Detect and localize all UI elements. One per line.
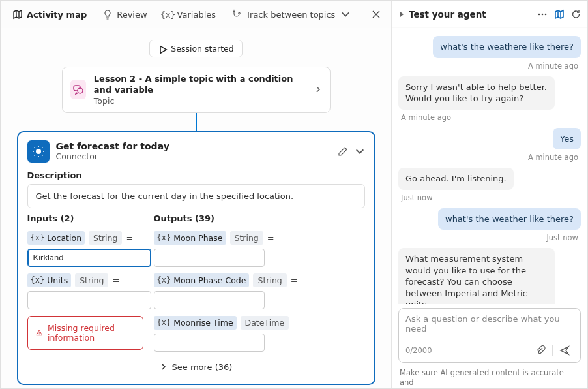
map-icon[interactable] bbox=[554, 9, 565, 20]
chevron-down-icon[interactable] bbox=[355, 146, 365, 157]
activity-map-pane: Activity map Review {x} Variables Track … bbox=[1, 1, 392, 388]
send-icon[interactable] bbox=[555, 343, 574, 358]
play-icon bbox=[158, 44, 167, 54]
svg-point-4 bbox=[36, 149, 41, 154]
svg-point-3 bbox=[78, 88, 83, 93]
lesson-title: Lesson 2 - A simple topic with a conditi… bbox=[94, 74, 306, 96]
refresh-icon[interactable] bbox=[571, 9, 581, 20]
node-title: Get forecast for today bbox=[56, 141, 169, 151]
param-type: String bbox=[230, 231, 263, 245]
param-name: Moon Phase Code bbox=[173, 275, 246, 285]
session-pill: Session started bbox=[149, 40, 242, 57]
chevron-down-icon bbox=[340, 9, 351, 20]
bot-message: Go ahead. I'm listening. bbox=[398, 168, 514, 190]
track-icon bbox=[231, 9, 242, 20]
bot-message: Sorry I wasn't able to help better. Woul… bbox=[398, 76, 555, 110]
timestamp: Just now bbox=[546, 233, 578, 242]
param-type: String bbox=[253, 273, 286, 287]
variable-token[interactable]: {x}Moon Phase Code bbox=[154, 273, 250, 287]
inputs-heading: Inputs (2) bbox=[27, 211, 151, 225]
outputs-heading: Outputs (39) bbox=[154, 211, 365, 225]
param-location: {x}Location String = bbox=[27, 231, 151, 267]
tab-review[interactable]: Review bbox=[96, 5, 153, 23]
chevron-right-icon bbox=[160, 364, 167, 370]
description-heading: Description bbox=[27, 170, 365, 180]
braces-icon: {x} bbox=[163, 9, 173, 20]
more-icon[interactable] bbox=[537, 9, 548, 20]
timestamp: A minute ago bbox=[528, 61, 578, 70]
attach-icon[interactable] bbox=[531, 343, 550, 358]
equals-sign: = bbox=[291, 275, 298, 285]
param-type: DateTime bbox=[241, 316, 289, 330]
variable-token[interactable]: {x}Moon Phase bbox=[154, 231, 226, 245]
svg-point-7 bbox=[545, 13, 547, 15]
chevron-right-icon[interactable] bbox=[314, 86, 322, 93]
outputs-column: Outputs (39) {x}Moon Phase String = {x}M… bbox=[154, 211, 365, 372]
collapse-icon[interactable] bbox=[398, 11, 405, 18]
edit-icon[interactable] bbox=[338, 146, 348, 157]
svg-point-1 bbox=[239, 12, 240, 14]
svg-point-0 bbox=[233, 10, 235, 11]
connector-line bbox=[196, 57, 196, 67]
canvas[interactable]: Session started Lesson 2 - A simple topi… bbox=[1, 28, 391, 388]
inputs-column: Inputs (2) {x}Location String = {x}Units… bbox=[27, 211, 151, 372]
lesson-subtitle: Topic bbox=[94, 96, 306, 106]
svg-point-6 bbox=[542, 13, 544, 15]
node-subtitle: Connector bbox=[56, 151, 169, 161]
tab-track-between-topics[interactable]: Track between topics bbox=[225, 5, 357, 23]
variable-token[interactable]: {x}Location bbox=[27, 231, 85, 245]
node-header: Get forecast for today Connector bbox=[27, 140, 365, 163]
disclaimer: Make sure AI-generated content is accura… bbox=[392, 366, 587, 388]
param-value-input[interactable] bbox=[154, 249, 265, 267]
lightbulb-icon bbox=[102, 9, 113, 20]
variable-token[interactable]: {x}Moonrise Time bbox=[154, 316, 237, 330]
tab-variables[interactable]: {x} Variables bbox=[156, 5, 222, 23]
param-type: String bbox=[75, 273, 108, 287]
equals-sign: = bbox=[267, 233, 274, 243]
separator bbox=[552, 345, 553, 356]
param-units: {x}Units String = bbox=[27, 273, 151, 309]
tab-activity-map[interactable]: Activity map bbox=[6, 5, 93, 23]
param-name: Location bbox=[47, 233, 81, 243]
description-text: Get the forecast for the current day in … bbox=[27, 184, 365, 208]
user-message: Yes bbox=[553, 128, 581, 150]
see-more-button[interactable]: See more (36) bbox=[154, 358, 365, 372]
weather-icon bbox=[27, 140, 50, 163]
validation-error: Missing required information bbox=[27, 316, 143, 350]
param-value-input[interactable] bbox=[154, 334, 265, 352]
param-output: {x}Moon Phase String = bbox=[154, 231, 365, 267]
lesson-card[interactable]: Lesson 2 - A simple topic with a conditi… bbox=[62, 67, 331, 113]
map-icon bbox=[12, 9, 23, 20]
close-button[interactable] bbox=[366, 5, 386, 24]
tab-label: Review bbox=[117, 10, 147, 20]
composer-input[interactable] bbox=[405, 314, 574, 339]
topbar: Activity map Review {x} Variables Track … bbox=[1, 1, 391, 28]
char-counter: 0/2000 bbox=[405, 346, 531, 355]
param-name: Moon Phase bbox=[173, 233, 222, 243]
panel-header: Test your agent bbox=[392, 1, 587, 28]
param-value-input[interactable] bbox=[27, 249, 151, 267]
topic-icon bbox=[70, 80, 86, 99]
tab-label: Variables bbox=[177, 10, 216, 20]
warning-icon bbox=[36, 328, 42, 337]
action-node[interactable]: Get forecast for today Connector Descrip… bbox=[17, 131, 375, 385]
tab-label: Activity map bbox=[27, 10, 87, 20]
param-value-input[interactable] bbox=[154, 291, 265, 309]
param-output: {x}Moonrise Time DateTime = bbox=[154, 316, 365, 352]
tab-label: Track between topics bbox=[246, 10, 335, 20]
param-name: Moonrise Time bbox=[173, 318, 233, 328]
bot-message: What measurement system would you like t… bbox=[398, 248, 555, 304]
param-name: Units bbox=[47, 275, 68, 285]
timestamp: A minute ago bbox=[401, 113, 451, 122]
panel-title: Test your agent bbox=[409, 9, 533, 20]
param-value-input[interactable] bbox=[27, 291, 151, 309]
user-message: what's the weathere like there? bbox=[433, 36, 581, 58]
equals-sign: = bbox=[293, 318, 300, 328]
equals-sign: = bbox=[112, 275, 119, 285]
param-output: {x}Moon Phase Code String = bbox=[154, 273, 365, 309]
timestamp: A minute ago bbox=[528, 153, 578, 162]
variable-token[interactable]: {x}Units bbox=[27, 273, 72, 287]
connector-line bbox=[196, 113, 197, 131]
chat-log: what's the weathere like there?A minute … bbox=[392, 28, 587, 304]
session-label: Session started bbox=[171, 44, 233, 54]
